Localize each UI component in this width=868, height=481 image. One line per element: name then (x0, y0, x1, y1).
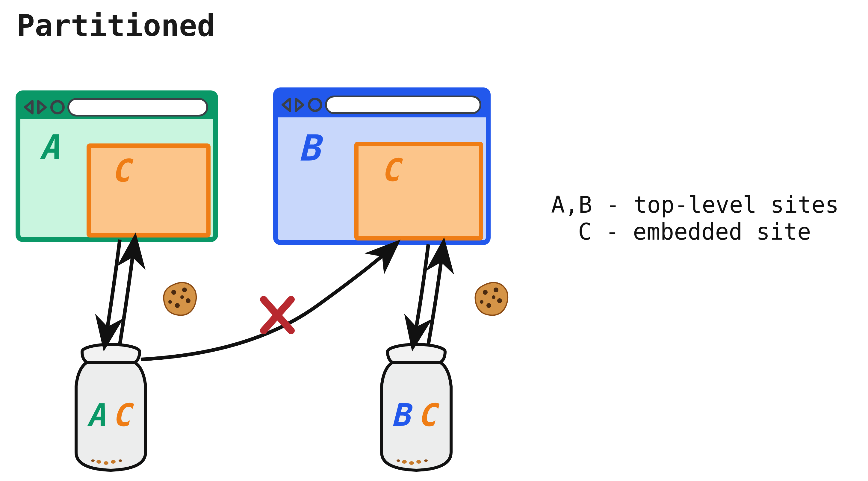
jar-ac-label-a: A (87, 397, 106, 434)
address-bar (326, 96, 480, 113)
svg-point-10 (104, 461, 108, 465)
legend-line-2: C - embedded site (578, 218, 811, 245)
svg-rect-7 (356, 144, 481, 238)
svg-point-16 (409, 461, 414, 465)
address-bar (68, 99, 207, 116)
svg-point-30 (480, 300, 484, 304)
browser-b-label: B (298, 127, 323, 169)
svg-point-19 (397, 459, 400, 462)
diagram-title: Partitioned (17, 8, 215, 43)
legend-line-1: A,B - top-level sites (551, 191, 839, 218)
browser-window-a: A C (18, 93, 216, 239)
svg-point-18 (424, 459, 428, 462)
arrow-a-to-jar (105, 239, 120, 345)
svg-point-27 (494, 288, 498, 292)
svg-point-21 (182, 288, 187, 292)
arrow-jar-to-a (120, 239, 135, 345)
svg-point-9 (96, 460, 101, 463)
svg-point-11 (111, 460, 116, 463)
cookie-jar-ac: A C (76, 345, 146, 470)
svg-point-31 (492, 295, 495, 299)
svg-point-28 (497, 298, 502, 303)
svg-point-15 (402, 460, 407, 463)
svg-point-17 (416, 460, 421, 463)
cookie-icon (164, 283, 196, 315)
svg-point-25 (180, 295, 184, 299)
svg-point-29 (487, 303, 491, 308)
cookie-icon (475, 283, 508, 315)
svg-point-26 (483, 290, 488, 295)
blocked-x-icon (264, 299, 291, 331)
svg-rect-3 (89, 146, 209, 235)
browser-a-label: A (39, 128, 60, 166)
arrow-b-to-jar (413, 245, 428, 345)
arrow-jar-to-b (428, 245, 443, 345)
jar-bc-label-b: B (391, 397, 413, 434)
cookie-jar-bc: B C (381, 345, 451, 470)
browser-window-b: B C (276, 90, 488, 243)
svg-point-23 (175, 303, 180, 308)
embedded-site-c-in-b: C (356, 144, 481, 238)
embedded-site-c-in-a: C (89, 146, 209, 235)
svg-point-13 (91, 459, 95, 462)
svg-point-20 (171, 290, 176, 295)
svg-point-12 (119, 459, 122, 462)
svg-point-22 (186, 298, 190, 303)
svg-point-24 (168, 300, 172, 304)
